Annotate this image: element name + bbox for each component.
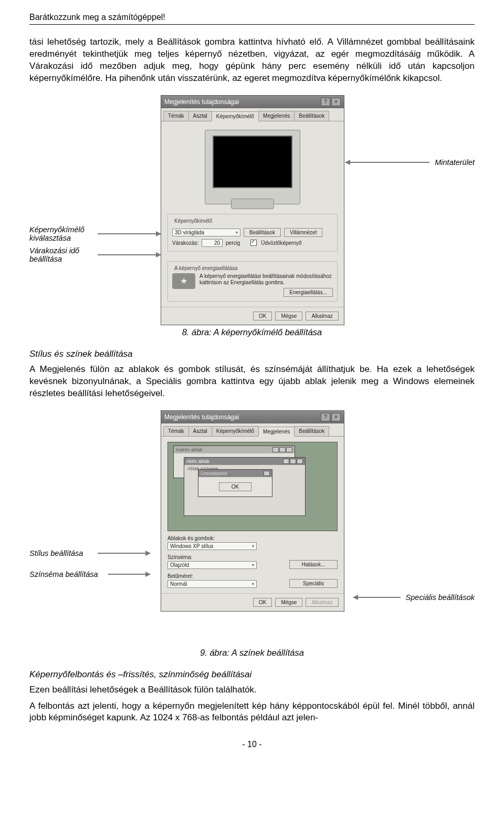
annot-style-setting: Stílus beállítása [29,549,98,557]
tab-strip: Témák Asztal Képernyőkímélő Megjelenés B… [161,108,344,121]
running-header: Barátkozzunk meg a számítógéppel! [29,13,475,25]
active-window-preview: Aktív ablak Ablak szövege Üzenetpanel OK [184,457,306,516]
tab-settings[interactable]: Beállítások [294,426,329,436]
preview-monitor [205,130,300,204]
dialog-title: Megjelenítés tulajdonságai [164,98,239,106]
arrow-icon [108,574,150,575]
message-ok-button: OK [219,482,251,491]
welcome-label: Üdvözlőképernyő [261,240,301,246]
arrow-icon [345,162,429,163]
wait-unit: percig [226,240,240,246]
wait-input[interactable]: 20 [202,239,223,247]
annot-colorscheme-setting: Színséma beállítása [29,570,108,578]
annot-preview-area: Mintaterület [435,158,475,167]
fieldset-energy-legend: A képernyő energiaellátása [172,265,240,271]
chevron-down-icon: ▾ [252,563,254,567]
max-icon [290,459,296,464]
fieldset-screensaver-legend: Képernyőkímélő [172,218,214,224]
special-button[interactable]: Speciális [289,579,338,588]
paragraph-1: tási lehetőség tartozik, mely a Beállítá… [29,36,475,85]
tab-themes[interactable]: Témák [163,426,189,436]
message-box-preview: Üzenetpanel OK [198,469,272,497]
page-number: - 10 - [29,740,475,749]
close-icon [297,459,303,464]
paragraph-3a: Ezen beállítási lehetőségek a Beállításo… [29,684,475,696]
tab-screensaver[interactable]: Képernyőkímélő [212,111,259,121]
energy-text: A képernyő energiaellátási beállításaina… [200,273,333,286]
energy-button[interactable]: Energiaellátás... [284,288,333,297]
monitor-stand [231,199,274,209]
tab-screensaver[interactable]: Képernyőkímélő [212,426,259,436]
tab-appearance[interactable]: Megjelenés [258,111,295,121]
help-icon[interactable]: ? [321,98,330,106]
preview-button[interactable]: Villámnézet [284,228,323,237]
help-icon[interactable]: ? [321,413,330,421]
ok-button[interactable]: OK [253,312,272,320]
display-properties-dialog-1: Megjelenítés tulajdonságai ? × Témák Asz… [161,95,344,325]
tab-desktop[interactable]: Asztal [188,111,212,121]
figure-caption-8: 8. ábra: A képernyőkímélő beállítása [29,327,475,337]
welcome-checkbox[interactable] [250,240,257,246]
tab-desktop[interactable]: Asztal [188,426,212,436]
max-icon [279,447,286,452]
chevron-down-icon: ▾ [236,230,238,235]
arrow-icon [98,553,150,554]
colorscheme-value: Olajzöld [170,562,189,568]
arrow-icon [98,254,161,255]
chevron-down-icon: ▾ [252,582,254,586]
arrow-icon [98,233,161,234]
min-icon [272,447,279,452]
windows-buttons-label: Ablakok és gombok: [167,535,338,541]
tab-strip: Témák Asztal Képernyőkímélő Megjelenés B… [161,423,344,437]
figure-caption-9: 9. ábra: A színek beállítása [29,648,475,658]
display-properties-dialog-2: Megjelenítés tulajdonságai ? × Témák Asz… [161,410,344,612]
energy-star-icon: ★ [172,273,195,289]
close-icon [264,471,270,476]
settings-button[interactable]: Beállítások [244,228,281,237]
screensaver-value: 3D virágláda [175,230,204,235]
cancel-button[interactable]: Mégse [275,312,302,320]
arrow-icon [353,597,401,598]
windows-buttons-value: Windows XP stílus [170,543,214,549]
tab-appearance[interactable]: Megjelenés [258,427,295,437]
inactive-window-title: Inaktív ablak [176,447,203,452]
tab-settings[interactable]: Beállítások [294,111,329,121]
effects-button[interactable]: Hatások... [289,560,338,569]
screensaver-select[interactable]: 3D virágláda ▾ [172,229,240,236]
min-icon [283,459,289,464]
dialog-titlebar: Megjelenítés tulajdonságai ? × [161,96,344,108]
fontsize-label: Betűméret: [167,573,285,579]
apply-button: Alkalmaz [306,598,339,607]
dialog-titlebar: Megjelenítés tulajdonságai ? × [161,411,344,423]
paragraph-2: A Megjelenés fülön az ablakok és gombok … [29,364,475,400]
appearance-preview: Inaktív ablak Aktív ablak Ablak szövege … [167,442,338,531]
chevron-down-icon: ▾ [252,544,254,549]
close-icon[interactable]: × [331,98,341,106]
message-title: Üzenetpanel [201,471,227,476]
colorscheme-label: Színséma: [167,554,285,560]
fontsize-select[interactable]: Normál ▾ [167,580,257,588]
close-icon[interactable]: × [331,413,341,421]
tab-themes[interactable]: Témák [163,111,189,121]
active-window-title: Aktív ablak [186,459,209,464]
dialog-title: Megjelenítés tulajdonságai [164,413,239,421]
ok-button[interactable]: OK [253,598,272,607]
wait-label: Várakozás: [172,240,198,246]
subhead-style-colors: Stílus és színek beállítása [29,349,475,359]
colorscheme-select[interactable]: Olajzöld ▾ [167,561,257,569]
annot-wait-time: Várakozási idő beállítása [29,246,98,263]
paragraph-3b: A felbontás azt jelenti, hogy a képernyő… [29,700,475,725]
windows-buttons-select[interactable]: Windows XP stílus ▾ [167,542,257,550]
annot-special-settings: Speciális beállítások [406,593,475,602]
close-icon [286,447,292,452]
apply-button[interactable]: Alkalmaz [306,312,339,320]
annot-screensaver-select: Képernyőkímélő kiválasztása [29,225,98,242]
subhead-resolution: Képernyőfelbontás és –frissítés, színmin… [29,669,475,680]
preview-screen [213,136,292,188]
cancel-button[interactable]: Mégse [275,598,302,607]
fontsize-value: Normál [170,581,187,587]
